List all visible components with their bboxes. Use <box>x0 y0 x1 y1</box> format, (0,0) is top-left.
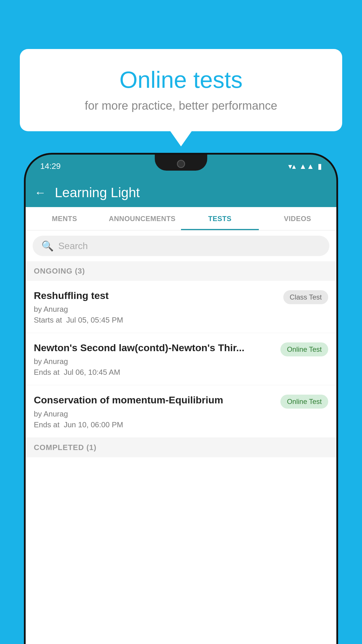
search-placeholder: Search <box>58 241 88 251</box>
test-title-2: Newton's Second law(contd)-Newton's Thir… <box>34 341 275 354</box>
status-bar: 14:29 ▾▴ ▲▲ ▮ <box>26 155 336 178</box>
tab-announcements[interactable]: ANNOUNCEMENTS <box>103 207 181 230</box>
tab-videos[interactable]: VIDEOS <box>259 207 337 230</box>
test-author-3: by Anurag <box>34 410 275 419</box>
phone-inner: MENTS ANNOUNCEMENTS TESTS VIDEOS 🔍 Searc… <box>26 207 336 644</box>
completed-section-header: COMPLETED (1) <box>26 438 336 457</box>
bubble-subtitle: for more practice, better performance <box>43 99 319 112</box>
test-author-1: by Anurag <box>34 305 277 314</box>
tab-tests[interactable]: TESTS <box>181 207 259 230</box>
ongoing-section-header: ONGOING (3) <box>26 261 336 281</box>
status-time: 14:29 <box>40 162 61 171</box>
test-time-2: Ends at Jul 06, 10:45 AM <box>34 368 275 377</box>
test-item[interactable]: Reshuffling test by Anurag Starts at Jul… <box>26 281 336 333</box>
test-item[interactable]: Conservation of momentum-Equilibrium by … <box>26 385 336 438</box>
wifi-icon: ▾▴ <box>288 162 296 171</box>
battery-icon: ▮ <box>318 162 322 171</box>
test-info-1: Reshuffling test by Anurag Starts at Jul… <box>34 289 283 325</box>
speech-bubble: Online tests for more practice, better p… <box>20 49 342 131</box>
test-title-1: Reshuffling test <box>34 289 277 302</box>
test-title-3: Conservation of momentum-Equilibrium <box>34 393 275 406</box>
test-time-1: Starts at Jul 05, 05:45 PM <box>34 316 277 325</box>
tab-ments[interactable]: MENTS <box>26 207 103 230</box>
front-camera <box>177 160 185 168</box>
phone-frame: 14:29 ▾▴ ▲▲ ▮ ← Learning Light MENTS ANN… <box>26 155 336 644</box>
search-icon: 🔍 <box>41 240 54 252</box>
test-item[interactable]: Newton's Second law(contd)-Newton's Thir… <box>26 333 336 385</box>
signal-icon: ▲▲ <box>299 162 314 171</box>
app-title: Learning Light <box>55 185 140 200</box>
tabs-container: MENTS ANNOUNCEMENTS TESTS VIDEOS <box>26 207 336 230</box>
test-badge-2: Online Test <box>280 342 328 356</box>
phone-notch <box>155 155 207 171</box>
status-icons: ▾▴ ▲▲ ▮ <box>288 162 322 171</box>
test-info-3: Conservation of momentum-Equilibrium by … <box>34 393 280 429</box>
search-input[interactable]: 🔍 Search <box>33 236 329 256</box>
app-header: ← Learning Light <box>26 178 336 207</box>
test-info-2: Newton's Second law(contd)-Newton's Thir… <box>34 341 280 377</box>
test-badge-1: Class Test <box>283 290 328 304</box>
test-author-2: by Anurag <box>34 357 275 366</box>
test-time-3: Ends at Jun 10, 06:00 PM <box>34 420 275 429</box>
back-button[interactable]: ← <box>34 186 46 199</box>
search-container: 🔍 Search <box>26 230 336 261</box>
bubble-title: Online tests <box>43 66 319 93</box>
test-badge-3: Online Test <box>280 395 328 409</box>
